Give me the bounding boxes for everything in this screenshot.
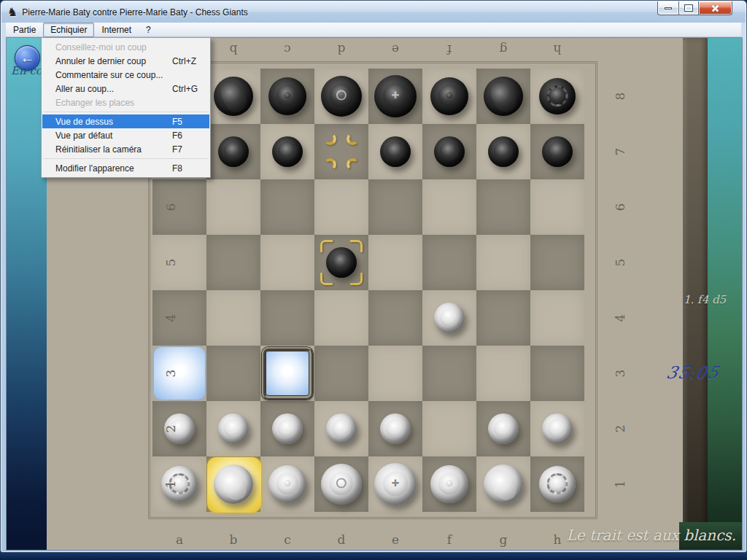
pawn-top-icon [332, 252, 351, 271]
close-button[interactable] [699, 1, 732, 15]
minimize-icon [665, 7, 672, 9]
square-h5[interactable] [530, 235, 584, 290]
piece-black-knight-b8[interactable] [214, 77, 253, 116]
piece-white-pawn-e2[interactable] [380, 413, 411, 444]
menu-item[interactable]: Modifier l'apparenceF8 [42, 161, 209, 175]
square-b4[interactable] [206, 290, 260, 346]
piece-white-bishop-f1[interactable] [430, 465, 468, 503]
square-f5[interactable] [422, 235, 476, 290]
move-list-text: 1. f4 d5 [684, 293, 742, 306]
square-b6[interactable] [206, 179, 260, 235]
window-controls [657, 1, 732, 15]
square-f6[interactable] [422, 179, 476, 235]
square-e5[interactable] [368, 235, 422, 290]
square-d6[interactable] [314, 179, 368, 235]
square-c6[interactable] [260, 179, 314, 235]
square-b5[interactable] [206, 235, 260, 290]
rank-label-right-6: 6 [613, 200, 627, 214]
square-h3[interactable] [530, 346, 584, 401]
piece-white-bishop-c1[interactable] [268, 465, 306, 503]
piece-black-rook-h8[interactable] [539, 78, 576, 114]
rank-label-left-3: 3 [163, 366, 178, 381]
square-c5[interactable] [260, 235, 314, 290]
piece-black-knight-g8[interactable] [484, 77, 523, 116]
menu-item[interactable]: Vue par défautF6 [42, 128, 209, 142]
knight-top-icon [487, 77, 520, 116]
square-f3[interactable] [422, 346, 476, 401]
menu-item-label: Aller au coup... [55, 84, 114, 94]
piece-white-queen-d1[interactable] [321, 464, 362, 505]
piece-black-pawn-g7[interactable] [488, 136, 519, 167]
square-a6[interactable] [152, 179, 206, 235]
highlight-last-move-from-d7[interactable] [314, 124, 368, 179]
piece-white-pawn-c2[interactable] [272, 413, 303, 444]
piece-white-pawn-h2[interactable] [542, 413, 573, 444]
piece-white-knight-g1[interactable] [484, 464, 523, 504]
square-h4[interactable] [530, 290, 584, 346]
file-label-top-f: f [442, 42, 457, 57]
piece-black-pawn-d5[interactable] [326, 247, 357, 278]
square-f2[interactable] [422, 401, 476, 456]
piece-white-pawn-g2[interactable] [488, 413, 519, 444]
bishop-top-icon [438, 472, 460, 494]
square-e3[interactable] [368, 346, 422, 401]
highlight-move-glow-framed-c3[interactable] [262, 347, 313, 400]
square-c4[interactable] [260, 290, 314, 346]
piece-white-pawn-b2[interactable] [218, 413, 249, 444]
menu-item-label: Modifier l'apparence [55, 163, 134, 174]
last-move-marker [324, 133, 336, 145]
square-d4[interactable] [314, 290, 368, 346]
piece-black-queen-d8[interactable] [321, 76, 362, 117]
board-grid [152, 69, 584, 512]
menubar-item-?[interactable]: ? [139, 23, 158, 37]
piece-black-pawn-h7[interactable] [542, 136, 573, 167]
square-d3[interactable] [314, 346, 368, 401]
menubar-item-echiquier[interactable]: Echiquier [43, 23, 94, 37]
square-g5[interactable] [476, 235, 530, 290]
menubar-item-partie[interactable]: Partie [6, 23, 43, 37]
rank-label-left-6: 6 [163, 200, 178, 214]
file-label-bottom-a: a [172, 532, 187, 547]
echiquier-menu: Conseillez-moi un coupAnnuler le dernier… [41, 37, 211, 178]
menu-item[interactable]: Réinitialiser la caméraF7 [42, 142, 209, 156]
menu-item[interactable]: Annuler le dernier coupCtrl+Z [42, 54, 209, 68]
square-e4[interactable] [368, 290, 422, 346]
piece-black-bishop-f8[interactable] [430, 77, 468, 115]
queen-top-icon [330, 84, 353, 107]
square-a5[interactable] [152, 235, 206, 290]
pawn-top-icon [224, 141, 243, 160]
square-g4[interactable] [476, 290, 530, 346]
menu-separator [43, 112, 209, 112]
piece-black-pawn-c7[interactable] [272, 136, 303, 167]
minimize-button[interactable] [657, 1, 678, 15]
square-a4[interactable] [152, 290, 206, 346]
square-e6[interactable] [368, 179, 422, 235]
menu-item[interactable]: Commentaire sur ce coup... [42, 68, 209, 82]
pawn-top-icon [494, 419, 513, 438]
highlight-move-glow-a3[interactable] [154, 347, 205, 400]
piece-black-pawn-f7[interactable] [434, 136, 465, 167]
menubar-item-internet[interactable]: Internet [94, 23, 139, 37]
piece-white-knight-b1[interactable] [214, 464, 253, 504]
window-title: Pierre-Marie Baty contre Pierre-Marie Ba… [22, 7, 247, 18]
piece-white-pawn-d2[interactable] [326, 413, 357, 444]
piece-white-rook-h1[interactable] [539, 466, 576, 502]
square-b3[interactable] [206, 346, 260, 401]
menu-item[interactable]: Aller au coup...Ctrl+G [42, 82, 209, 96]
menu-item-label: Conseillez-moi un coup [55, 42, 147, 52]
menu-item-label: Vue de dessus [55, 117, 113, 127]
title-bar[interactable]: ♞ Pierre-Marie Baty contre Pierre-Marie … [1, 1, 746, 23]
piece-white-king-e1[interactable] [374, 463, 417, 505]
maximize-button[interactable] [678, 1, 699, 15]
square-h6[interactable] [530, 179, 584, 235]
desktop-background [0, 553, 747, 560]
piece-black-king-e8[interactable] [374, 75, 417, 117]
pawn-top-icon [332, 419, 351, 438]
square-g6[interactable] [476, 179, 530, 235]
menu-item[interactable]: Vue de dessusF5 [42, 114, 209, 128]
piece-white-pawn-f4[interactable] [434, 303, 465, 333]
piece-black-pawn-e7[interactable] [380, 136, 411, 167]
piece-black-pawn-b7[interactable] [218, 136, 249, 167]
piece-black-bishop-c8[interactable] [268, 77, 306, 115]
square-g3[interactable] [476, 346, 530, 401]
